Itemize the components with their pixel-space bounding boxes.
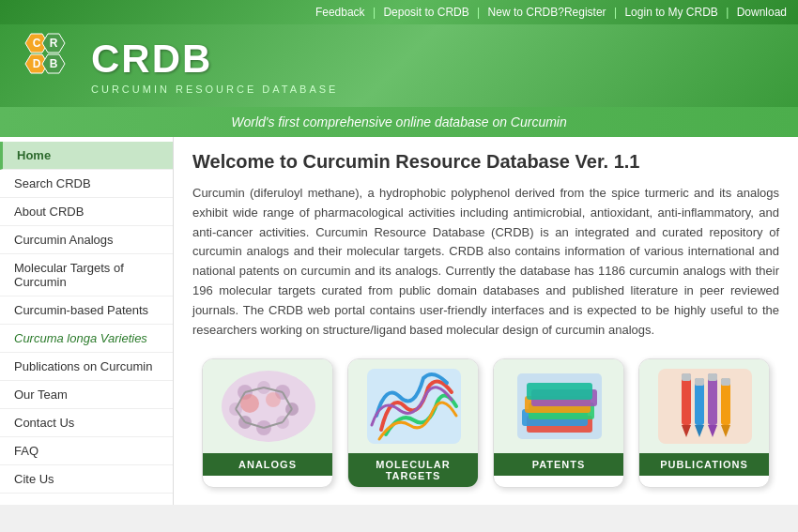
sidebar-item-curcuma[interactable]: Curcuma longa Varieties [0,325,173,353]
card-label-patents: PATENTS [494,453,623,476]
patents-icon [508,364,611,448]
svg-text:B: B [50,57,58,70]
svg-rect-35 [658,369,752,444]
topbar-link-register[interactable]: New to CRDB?Register [488,6,606,19]
card-label-analogs: ANALOGS [203,453,332,476]
card-image-analogs [203,359,333,453]
sidebar-item-about[interactable]: About CRDB [0,198,173,226]
card-label-molecular-targets: MOLECULAR TARGETS [348,453,478,487]
logo-hexagons: C R D B [14,32,82,99]
card-image-molecular-targets [348,359,479,453]
main-layout: Home Search CRDB About CRDB Curcumin Ana… [0,137,798,505]
svg-rect-42 [708,373,717,425]
sidebar-item-faq[interactable]: FAQ [0,437,173,465]
card-patents[interactable]: PATENTS [493,358,624,488]
site-subtitle: CURCUMIN RESOURCE DATABASE [91,84,338,95]
svg-rect-41 [695,378,704,386]
svg-rect-38 [682,373,691,381]
banner: World's first comprehensive online datab… [0,107,798,137]
sidebar-item-contact[interactable]: Contact Us [0,409,173,437]
svg-rect-44 [708,373,717,381]
topbar-link-feedback[interactable]: Feedback [315,6,365,19]
molecular-targets-icon [362,364,466,448]
sidebar-item-home[interactable]: Home [0,142,173,170]
sidebar-item-patents[interactable]: Curcumin-based Patents [0,296,173,325]
card-label-publications: PUBLICATIONS [639,453,769,476]
sidebar-item-team[interactable]: Our Team [0,381,173,409]
cards-row: ANALOGS MOLECULAR TARGETS [192,358,779,488]
card-publications[interactable]: PUBLICATIONS [638,358,770,488]
sidebar-item-analogs[interactable]: Curcumin Analogs [0,226,173,254]
sidebar-item-molecular-targets[interactable]: Molecular Targets of Curcumin [0,254,173,296]
card-analogs[interactable]: ANALOGS [202,358,333,488]
topbar-link-login[interactable]: Login to My CRDB [624,6,717,19]
sidebar-item-cite[interactable]: Cite Us [0,465,173,494]
content-area: Welcome to Curcumin Resource Database Ve… [174,137,798,505]
svg-point-25 [240,394,259,413]
topbar-link-download[interactable]: Download [737,6,787,19]
sidebar-item-search[interactable]: Search CRDB [0,170,173,198]
site-name-area: CRDB CURCUMIN RESOURCE DATABASE [91,37,338,95]
svg-text:D: D [33,57,41,70]
page-title: Welcome to Curcumin Resource Database Ve… [192,151,779,173]
svg-text:C: C [33,37,41,50]
logo-area: C R D B CRDB CURCUMIN RESOURCE DATABASE [14,32,338,99]
analogs-icon [217,364,320,448]
svg-rect-34 [527,383,592,400]
svg-rect-47 [721,378,730,386]
page-description: Curcumin (diferuloyl methane), a hydroph… [192,184,779,340]
svg-point-26 [266,392,281,407]
header: C R D B CRDB CURCUMIN RESOURCE DATABASE [0,24,798,107]
site-title: CRDB [91,37,338,82]
publications-icon [653,364,757,448]
card-image-publications [639,359,770,453]
card-molecular-targets[interactable]: MOLECULAR TARGETS [347,358,479,488]
sidebar: Home Search CRDB About CRDB Curcumin Ana… [0,137,174,505]
svg-text:R: R [50,37,58,50]
topbar-link-deposit[interactable]: Deposit to CRDB [383,6,468,19]
top-bar: Feedback | Deposit to CRDB | New to CRDB… [0,0,798,24]
sidebar-item-publications[interactable]: Publications on Curcumin [0,353,173,381]
card-image-patents [494,359,624,453]
svg-rect-36 [682,373,691,425]
